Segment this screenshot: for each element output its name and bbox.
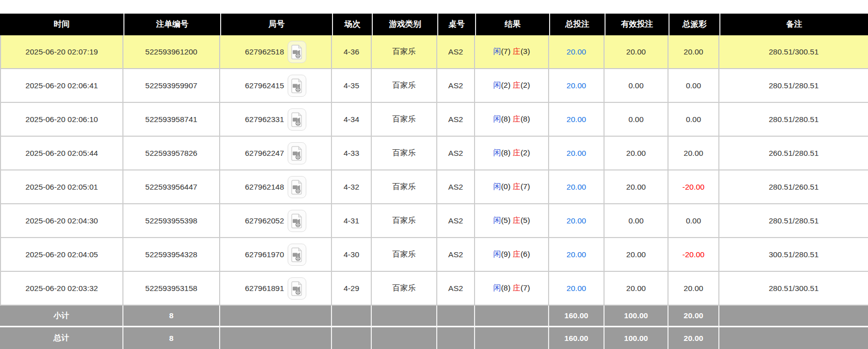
total-total-bet: 160.00 xyxy=(549,327,605,349)
cell-valid-bet: 20.00 xyxy=(605,272,669,306)
result-player-score: (8) xyxy=(501,283,510,292)
cell-session: 4-32 xyxy=(332,170,372,204)
cell-time: 2025-06-20 02:04:05 xyxy=(0,238,123,272)
video-replay-button[interactable] xyxy=(288,41,306,63)
cell-time: 2025-06-20 02:06:41 xyxy=(0,69,123,103)
cell-session: 4-34 xyxy=(332,103,372,137)
video-file-icon xyxy=(291,281,303,296)
cell-total-bet[interactable]: 20.00 xyxy=(549,69,605,103)
cell-round-id: 627962052 xyxy=(220,204,332,238)
grand-total-row: 总计 8 160.00 100.00 20.00 xyxy=(0,327,868,349)
cell-result: 闲(8) 庄(2) xyxy=(475,137,549,170)
video-replay-button[interactable] xyxy=(288,176,306,198)
round-id-text: 627962518 xyxy=(245,47,284,56)
round-id-text: 627962052 xyxy=(245,216,284,225)
cell-payout: 0.00 xyxy=(669,103,719,137)
result-banker-score: (5) xyxy=(520,216,530,224)
result-player-label: 闲 xyxy=(493,47,501,55)
result-player-label: 闲 xyxy=(493,283,501,292)
cell-table-no: AS2 xyxy=(437,272,475,306)
video-replay-button[interactable] xyxy=(288,142,306,164)
round-id-text: 627962148 xyxy=(245,183,284,192)
cell-table-no: AS2 xyxy=(437,69,475,103)
result-banker-score: (6) xyxy=(520,250,530,258)
result-player-score: (8) xyxy=(501,148,510,157)
cell-game-type: 百家乐 xyxy=(372,170,437,204)
table-row: 2025-06-20 02:05:44 522593957826 6279622… xyxy=(0,137,868,170)
total-empty-cell xyxy=(332,327,372,349)
cell-total-bet[interactable]: 20.00 xyxy=(549,35,605,69)
table-body: 2025-06-20 02:07:19 522593961200 6279625… xyxy=(0,35,868,306)
cell-round-id: 627962518 xyxy=(220,35,332,69)
cell-total-bet[interactable]: 20.00 xyxy=(549,204,605,238)
table-row: 2025-06-20 02:06:10 522593958741 6279623… xyxy=(0,103,868,137)
cell-total-bet[interactable]: 20.00 xyxy=(549,238,605,272)
table-row: 2025-06-20 02:04:05 522593954328 6279619… xyxy=(0,238,868,272)
table-header: 时间 注单编号 局号 场次 游戏类别 桌号 结果 总投注 有效投注 总派彩 备注 xyxy=(0,14,868,35)
result-banker-score: (2) xyxy=(520,148,530,157)
cell-bet-id: 522593955398 xyxy=(123,204,220,238)
cell-payout: 20.00 xyxy=(669,272,719,306)
round-id-text: 627961970 xyxy=(245,250,284,259)
result-banker-label: 庄 xyxy=(513,47,521,55)
cell-total-bet[interactable]: 20.00 xyxy=(549,137,605,170)
video-replay-button[interactable] xyxy=(288,244,306,266)
result-player-score: (2) xyxy=(501,81,510,89)
table-row: 2025-06-20 02:06:41 522593959907 6279624… xyxy=(0,69,868,103)
result-player-score: (9) xyxy=(501,250,510,258)
cell-valid-bet: 0.00 xyxy=(605,103,669,137)
video-file-icon xyxy=(291,78,303,93)
video-replay-button[interactable] xyxy=(288,75,306,97)
video-file-icon xyxy=(291,180,303,195)
cell-round-id: 627961970 xyxy=(220,238,332,272)
cell-result: 闲(5) 庄(5) xyxy=(475,204,549,238)
table-row: 2025-06-20 02:07:19 522593961200 6279625… xyxy=(0,35,868,69)
cell-payout: 20.00 xyxy=(669,35,719,69)
result-banker-label: 庄 xyxy=(513,216,521,224)
cell-game-type: 百家乐 xyxy=(372,204,437,238)
cell-time: 2025-06-20 02:06:10 xyxy=(0,103,123,137)
subtotal-total-bet: 160.00 xyxy=(549,306,605,327)
col-header-session: 场次 xyxy=(332,14,372,35)
cell-round-id: 627962148 xyxy=(220,170,332,204)
col-header-result: 结果 xyxy=(475,14,549,35)
video-replay-button[interactable] xyxy=(288,108,306,131)
result-player-score: (7) xyxy=(501,47,510,55)
cell-result: 闲(7) 庄(3) xyxy=(475,35,549,69)
cell-round-id: 627961891 xyxy=(220,272,332,306)
cell-session: 4-31 xyxy=(332,204,372,238)
result-banker-score: (7) xyxy=(520,283,530,292)
cell-bet-id: 522593959907 xyxy=(123,69,220,103)
result-player-label: 闲 xyxy=(493,114,501,123)
cell-time: 2025-06-20 02:07:19 xyxy=(0,35,123,69)
result-banker-score: (2) xyxy=(520,81,530,89)
cell-round-id: 627962415 xyxy=(220,69,332,103)
cell-table-no: AS2 xyxy=(437,137,475,170)
cell-valid-bet: 20.00 xyxy=(605,35,669,69)
col-header-total-bet: 总投注 xyxy=(549,14,605,35)
cell-total-bet[interactable]: 20.00 xyxy=(549,170,605,204)
result-banker-label: 庄 xyxy=(513,182,521,191)
cell-game-type: 百家乐 xyxy=(372,69,437,103)
cell-time: 2025-06-20 02:05:44 xyxy=(0,137,123,170)
cell-valid-bet: 0.00 xyxy=(605,69,669,103)
cell-result: 闲(8) 庄(7) xyxy=(475,272,549,306)
cell-game-type: 百家乐 xyxy=(372,35,437,69)
col-header-time: 时间 xyxy=(0,14,123,35)
video-replay-button[interactable] xyxy=(288,277,306,300)
col-header-remark: 备注 xyxy=(719,14,868,35)
bet-records-table: 时间 注单编号 局号 场次 游戏类别 桌号 结果 总投注 有效投注 总派彩 备注… xyxy=(0,14,868,349)
cell-table-no: AS2 xyxy=(437,204,475,238)
result-banker-score: (3) xyxy=(520,47,530,55)
col-header-game-type: 游戏类别 xyxy=(372,14,437,35)
bet-records-page: 时间 注单编号 局号 场次 游戏类别 桌号 结果 总投注 有效投注 总派彩 备注… xyxy=(0,0,868,349)
cell-total-bet[interactable]: 20.00 xyxy=(549,272,605,306)
total-payout: 20.00 xyxy=(669,327,719,349)
video-replay-button[interactable] xyxy=(288,210,306,232)
cell-total-bet[interactable]: 20.00 xyxy=(549,103,605,137)
cell-payout: -20.00 xyxy=(669,238,719,272)
video-file-icon xyxy=(291,44,303,60)
cell-bet-id: 522593953158 xyxy=(123,272,220,306)
cell-game-type: 百家乐 xyxy=(372,272,437,306)
result-player-label: 闲 xyxy=(493,148,501,157)
